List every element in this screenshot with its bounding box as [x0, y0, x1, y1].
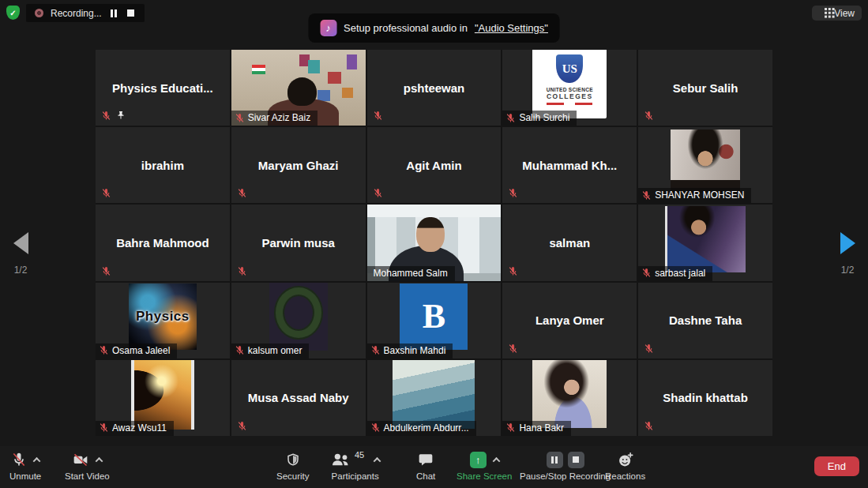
tile-badges — [101, 110, 126, 121]
pause-recording-icon[interactable] — [547, 452, 563, 468]
reactions-button[interactable]: Reactions — [605, 451, 645, 481]
name-label-text: Osama Jaleel — [112, 345, 170, 356]
participant-tile[interactable]: sarbast jalal — [638, 205, 772, 280]
name-label-text: SHANYAR MOHSEN — [655, 190, 744, 201]
muted-camera-icon — [72, 452, 89, 467]
participant-name: Parwin musa — [231, 205, 366, 280]
participant-tile[interactable]: kalsum omer — [231, 283, 366, 358]
share-screen-button[interactable]: ↑ Share Screen — [457, 451, 512, 481]
initial-avatar: B — [400, 283, 468, 350]
meeting-security-shield-icon[interactable]: ✓ — [6, 6, 20, 20]
audio-options-chevron-icon[interactable] — [33, 456, 41, 464]
start-video-label: Start Video — [65, 471, 110, 481]
participant-tile[interactable]: Mohammed Salm — [367, 205, 502, 280]
name-label-text: Salih Surchi — [519, 112, 569, 123]
participant-tile[interactable]: salman — [502, 205, 637, 280]
participant-name: Maryam Ghazi — [231, 127, 366, 203]
participant-tile[interactable]: ibrahim — [96, 127, 230, 203]
name-label: Baxshin Mahdi — [367, 343, 453, 358]
chat-button[interactable]: Chat — [416, 451, 435, 481]
participant-tile[interactable]: Maryam Ghazi — [231, 127, 366, 203]
muted-mic-icon — [641, 190, 652, 201]
security-label: Security — [276, 471, 310, 481]
avatar: Physics — [129, 283, 197, 350]
gallery-grid-icon — [819, 8, 829, 18]
participants-chevron-icon[interactable] — [374, 456, 381, 464]
muted-mic-icon — [101, 111, 111, 121]
participant-name: Musa Assad Naby — [231, 360, 366, 436]
unmute-button[interactable]: Unmute — [9, 451, 41, 481]
start-video-button[interactable]: Start Video — [65, 451, 110, 481]
participant-tile[interactable]: Physics Educati... — [96, 50, 230, 126]
participant-tile[interactable]: Hana Bakr — [502, 360, 637, 436]
participant-tile[interactable]: PhysicsOsama Jaleel — [96, 283, 230, 358]
pause-stop-recording-button[interactable]: Pause/Stop Recording — [520, 451, 611, 481]
muted-mic-icon — [370, 345, 381, 355]
participants-label: Participants — [332, 471, 379, 481]
view-button[interactable]: View — [812, 6, 862, 21]
participant-tile[interactable]: Agit Amin — [367, 127, 502, 203]
page-indicator-left: 1/2 — [5, 265, 36, 276]
pause-recording-button[interactable] — [109, 8, 119, 19]
participant-tile[interactable]: BBaxshin Mahdi — [367, 283, 502, 358]
share-screen-icon: ↑ — [470, 452, 487, 468]
participant-name: ibrahim — [96, 127, 230, 203]
name-label: Awaz Wsu11 — [96, 421, 174, 436]
participant-tile[interactable]: Shadin khattab — [638, 360, 772, 436]
logo-text: UNITED SCIENCE — [547, 87, 593, 92]
tile-badges — [508, 188, 518, 198]
audio-settings-banner: ♪ Setup professional audio in "Audio Set… — [308, 13, 560, 43]
participant-tile[interactable]: Dashne Taha — [638, 283, 772, 358]
participant-tile[interactable]: Bahra Mahmood — [96, 205, 230, 280]
name-label-text: Mohammed Salm — [374, 268, 448, 279]
muted-mic-icon — [99, 345, 109, 355]
logo-shield: US — [556, 54, 583, 83]
avatar — [131, 360, 194, 430]
participants-button[interactable]: 45 Participants — [330, 451, 380, 481]
next-page-arrow-icon[interactable] — [840, 232, 855, 254]
reactions-smiley-icon — [617, 452, 634, 468]
name-label: sarbast jalal — [638, 266, 712, 281]
muted-mic-icon — [235, 345, 245, 355]
participant-tile[interactable]: Sebur Salih — [638, 50, 772, 126]
participant-tile[interactable]: pshteewan — [367, 50, 502, 126]
video-options-chevron-icon[interactable] — [96, 456, 103, 464]
recording-dot-icon — [35, 9, 43, 17]
previous-page-arrow-icon[interactable] — [13, 232, 28, 254]
avatar — [393, 360, 475, 429]
tile-badges — [508, 343, 518, 354]
chat-label: Chat — [416, 471, 435, 481]
participant-tile[interactable]: Awaz Wsu11 — [96, 360, 230, 436]
participant-tile[interactable]: SHANYAR MOHSEN — [638, 127, 772, 203]
muted-mic-icon — [508, 343, 518, 354]
next-page-nav: 1/2 — [832, 232, 863, 276]
tile-badges — [508, 266, 518, 276]
security-button[interactable]: Security — [276, 451, 310, 481]
name-label: Salih Surchi — [502, 111, 577, 126]
participant-tile[interactable]: Muhammad Kh... — [502, 127, 637, 203]
participant-tile[interactable]: Sivar Aziz Baiz — [231, 50, 366, 126]
name-label-text: Abdulkerim Abdurr... — [384, 422, 469, 434]
name-label-text: Baxshin Mahdi — [384, 345, 446, 356]
participants-icon — [330, 452, 351, 467]
participant-tile[interactable]: Parwin musa — [231, 205, 366, 280]
participant-tile[interactable]: Lanya Omer — [502, 283, 637, 358]
participant-tile[interactable]: USUNITED SCIENCECOLLEGESSalih Surchi — [502, 50, 637, 126]
share-options-chevron-icon[interactable] — [492, 456, 500, 464]
muted-mic-icon — [373, 188, 383, 198]
participant-tile[interactable]: Musa Assad Naby — [231, 360, 366, 436]
tile-badges — [101, 188, 111, 198]
participant-tile[interactable]: Abdulkerim Abdurr... — [367, 360, 502, 436]
end-meeting-button[interactable]: End — [814, 456, 859, 476]
tile-badges — [644, 343, 654, 354]
stop-recording-button[interactable] — [126, 8, 136, 18]
stop-recording-icon[interactable] — [568, 452, 584, 468]
logo-rule — [547, 103, 592, 105]
tile-badges — [237, 421, 247, 431]
audio-settings-link[interactable]: "Audio Settings" — [475, 22, 548, 34]
participant-name: pshteewan — [367, 50, 502, 126]
tile-badges — [237, 188, 247, 198]
logo-text: COLLEGES — [547, 92, 593, 100]
name-label: SHANYAR MOHSEN — [638, 188, 751, 203]
muted-mic-icon — [644, 421, 654, 431]
